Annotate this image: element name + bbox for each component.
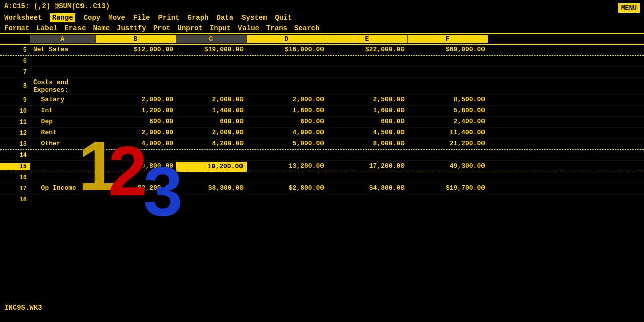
cell-6e[interactable] [327,56,408,66]
cell-13a[interactable]: Other [30,139,96,149]
menu-name[interactable]: Name [93,24,110,32]
cell-17b[interactable]: $2,200.00 [96,184,176,194]
cell-5d[interactable]: $16,000.00 [247,45,327,55]
cell-15c[interactable]: 10,200.00 [176,162,247,172]
menu-copy[interactable]: Copy [84,14,101,22]
menu-value[interactable]: Value [238,24,259,32]
cell-13f[interactable]: 21,200.00 [408,139,488,149]
cell-8a[interactable]: Costs and Expenses: [30,78,96,94]
cell-8f[interactable] [408,81,488,91]
cell-15e[interactable]: 17,200.00 [327,162,408,172]
cell-8d[interactable] [247,81,327,91]
cell-15a[interactable] [30,162,96,172]
menu-format[interactable]: Format [4,24,29,32]
cell-5a[interactable]: Net Sales [30,45,96,55]
cell-9c[interactable]: 2,000.00 [176,95,247,105]
cell-5e[interactable]: $22,000.00 [327,45,408,55]
cell-14f[interactable] [408,150,488,160]
cell-7e[interactable] [327,67,408,77]
menu-graph[interactable]: Graph [187,14,208,22]
cell-14e[interactable] [327,150,408,160]
cell-18b[interactable] [96,195,176,205]
menu-erase[interactable]: Erase [64,24,86,32]
cell-18e[interactable] [327,195,408,205]
cell-5c[interactable]: $19,000.00 [176,45,247,55]
cell-13b[interactable]: 4,000.00 [96,139,176,149]
cell-16a[interactable] [30,173,96,183]
cell-6d[interactable] [247,56,327,66]
cell-9d[interactable]: 2,000.00 [247,95,327,105]
cell-16e[interactable] [327,173,408,183]
menu-system[interactable]: System [242,14,267,22]
cell-7c[interactable] [176,67,247,77]
cell-16d[interactable] [247,173,327,183]
cell-6b[interactable] [96,56,176,66]
cell-14a[interactable] [30,150,96,160]
cell-13c[interactable]: 4,200.00 [176,139,247,149]
cell-14b[interactable] [96,150,176,160]
cell-11e[interactable]: 600.00 [327,117,408,127]
menu-button[interactable]: MENU [618,3,640,13]
menu-input[interactable]: Input [210,24,231,32]
cell-17c[interactable]: $8,800.00 [176,184,247,194]
cell-15b[interactable]: 9,800.00 [96,162,176,172]
cell-7a[interactable] [30,67,96,77]
cell-18d[interactable] [247,195,327,205]
cell-18c[interactable] [176,195,247,205]
cell-12b[interactable]: 2,000.00 [96,128,176,138]
cell-6a[interactable] [30,56,96,66]
cell-9e[interactable]: 2,500.00 [327,95,408,105]
cell-8b[interactable] [96,81,176,91]
cell-6f[interactable] [408,56,488,66]
cell-10c[interactable]: 1,400.00 [176,106,247,116]
cell-15f[interactable]: 49,300.00 [408,162,488,172]
cell-12a[interactable]: Rent [30,128,96,138]
cell-10b[interactable]: 1,200.00 [96,106,176,116]
cell-10d[interactable]: 1,600.00 [247,106,327,116]
cell-11f[interactable]: 2,400.00 [408,117,488,127]
cell-6c[interactable] [176,56,247,66]
cell-11b[interactable]: 600.00 [96,117,176,127]
cell-11a[interactable]: Dep [30,117,96,127]
cell-12c[interactable]: 2,000.00 [176,128,247,138]
cell-8e[interactable] [327,81,408,91]
cell-17f[interactable]: $19,700.00 [408,184,488,194]
cell-7b[interactable] [96,67,176,77]
cell-9f[interactable]: 8,500.00 [408,95,488,105]
cell-5b[interactable]: $12,000.00 [96,45,176,55]
menu-prot[interactable]: Prot [153,24,171,32]
menu-quit[interactable]: Quit [275,14,292,22]
cell-16f[interactable] [408,173,488,183]
cell-11d[interactable]: 600.00 [247,117,327,127]
cell-12f[interactable]: 11,400.00 [408,128,488,138]
cell-5f[interactable]: $69,000.00 [408,45,488,55]
cell-16c[interactable] [176,173,247,183]
cell-10a[interactable]: Int [30,106,96,116]
cell-9b[interactable]: 2,000.00 [96,95,176,105]
menu-justify[interactable]: Justify [117,24,146,32]
menu-label[interactable]: Label [36,24,57,32]
cell-12e[interactable]: 4,500.00 [327,128,408,138]
menu-file[interactable]: File [133,14,150,22]
menu-unprot[interactable]: Unprot [177,24,202,32]
cell-9a[interactable]: Salary [30,95,96,105]
cell-17e[interactable]: $4,800.00 [327,184,408,194]
cell-18a[interactable] [30,195,96,205]
menu-search[interactable]: Search [294,24,319,32]
menu-print[interactable]: Print [158,14,179,22]
cell-17d[interactable]: $2,800.00 [247,184,327,194]
cell-7d[interactable] [247,67,327,77]
cell-17a[interactable]: Op Income [30,184,96,194]
cell-14d[interactable] [247,150,327,160]
cell-18f[interactable] [408,195,488,205]
cell-12d[interactable]: 4,000.00 [247,128,327,138]
cell-11c[interactable]: 600.00 [176,117,247,127]
menu-worksheet[interactable]: Worksheet [4,14,42,22]
cell-10e[interactable]: 1,600.00 [327,106,408,116]
cell-13d[interactable]: 5,000.00 [247,139,327,149]
menu-trans[interactable]: Trans [266,24,287,32]
cell-13e[interactable]: 8,000.00 [327,139,408,149]
menu-range[interactable]: Range [50,13,75,22]
cell-15d[interactable]: 13,200.00 [247,162,327,172]
cell-10f[interactable]: 5,800.00 [408,106,488,116]
